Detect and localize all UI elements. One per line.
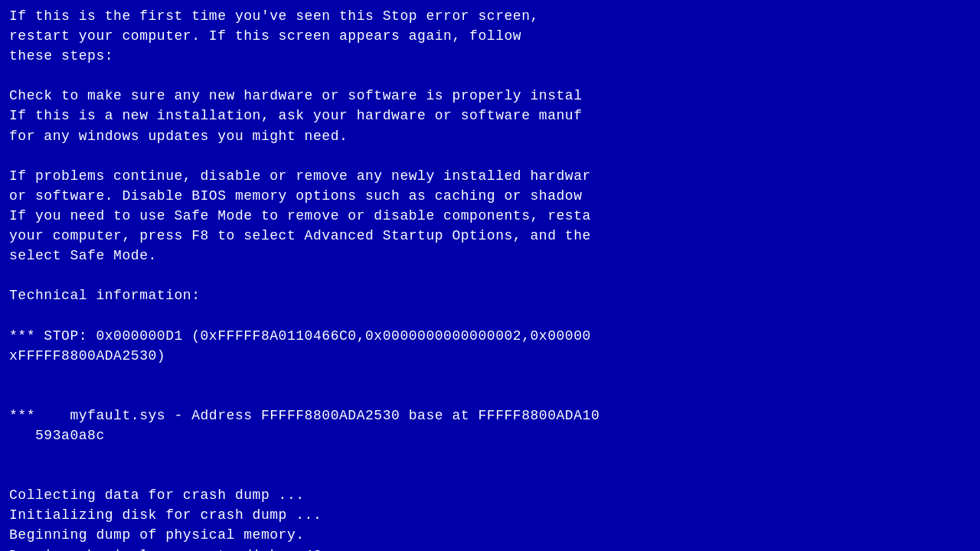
bsod-content: If this is the first time you've seen th…: [0, 0, 980, 551]
bsod-screen: If this is the first time you've seen th…: [0, 0, 980, 551]
